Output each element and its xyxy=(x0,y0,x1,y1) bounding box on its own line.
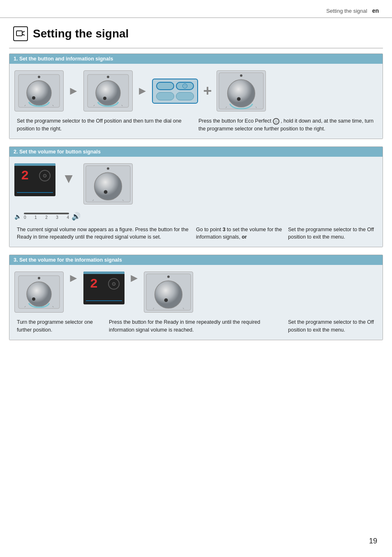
svg-point-13 xyxy=(103,97,106,100)
svg-point-5 xyxy=(38,76,40,78)
main-title-row: Setting the signal xyxy=(0,22,392,48)
plus-sign: + xyxy=(203,82,212,100)
section1-right-text: Press the button for Eco Perfect ☉ , hol… xyxy=(196,117,378,133)
vol-bar-track xyxy=(24,213,69,214)
button-panel-wrap: ☉ xyxy=(152,79,198,104)
section2-dial-wrap xyxy=(83,163,133,204)
volume-bar-wrap: 🔈 0 1 2 3 4 🔊 xyxy=(14,210,378,223)
svg-point-19 xyxy=(237,97,241,101)
dial2-img xyxy=(83,70,133,111)
section3-display-wrap: 2 ⊙ xyxy=(83,272,125,304)
arrow-wrap: ► xyxy=(63,172,76,187)
section3-display-border xyxy=(86,300,122,301)
section3-text-cols: Turn the programme selector one further … xyxy=(14,318,378,334)
section3-dial1-img xyxy=(14,272,64,313)
section3-dial2-img xyxy=(144,272,193,313)
section3-box: 3. Set the volume for the information si… xyxy=(9,255,383,340)
section1-diagram-row: ► xyxy=(14,70,378,111)
section2-dial-img xyxy=(83,163,133,204)
section3-body: ► 2 ⊙ ► xyxy=(9,265,383,340)
section2-header: 2. Set the volume for button signals xyxy=(9,147,383,157)
svg-point-37 xyxy=(164,298,168,302)
dial1-img xyxy=(14,70,64,111)
svg-point-6 xyxy=(27,81,51,105)
section3-text1: Turn the programme selector one further … xyxy=(14,318,106,334)
dial3-wrap xyxy=(217,70,266,111)
section1-body: ► xyxy=(9,64,383,139)
display-panel: 2 ⊙ xyxy=(14,163,55,196)
section3-arrow2: ► xyxy=(129,272,140,285)
section3-dial1-wrap xyxy=(14,272,64,313)
svg-point-24 xyxy=(94,172,122,200)
section3-diagram-row: ► 2 ⊙ ► xyxy=(14,272,378,313)
section2-text2: Go to point 3 to set the volume for the … xyxy=(194,226,286,241)
svg-point-29 xyxy=(38,277,40,279)
svg-point-12 xyxy=(96,81,120,105)
svg-point-11 xyxy=(107,76,109,78)
svg-point-31 xyxy=(32,297,35,301)
eco-perfect-symbol: ☉ xyxy=(273,118,279,125)
dial2-wrap xyxy=(83,70,133,111)
section3-display-number: 2 xyxy=(90,276,98,292)
dial1-wrap xyxy=(14,70,64,111)
vol-high-icon: 🔊 xyxy=(71,212,81,221)
section2-text1: The current signal volume now appears as… xyxy=(14,226,194,241)
svg-point-23 xyxy=(107,167,109,169)
section2-text3: Set the programme selector to the Off po… xyxy=(286,226,378,241)
svg-point-25 xyxy=(104,190,107,194)
header-title: Setting the signal xyxy=(326,8,367,14)
section3-header: 3. Set the volume for the information si… xyxy=(9,255,383,265)
dial3-img xyxy=(217,70,266,111)
section3-dial2-wrap xyxy=(144,272,193,313)
display-border xyxy=(17,192,53,193)
section1-left-text: Set the programme selector to the Off po… xyxy=(14,117,196,133)
section2-text-cols: The current signal volume now appears as… xyxy=(14,226,378,241)
section3-display-panel: 2 ⊙ xyxy=(83,272,125,304)
arrow2: ► xyxy=(137,84,148,97)
vol-low-icon: 🔈 xyxy=(14,213,21,220)
page-number: 19 xyxy=(369,537,377,545)
svg-point-7 xyxy=(32,96,35,100)
section2-box: 2. Set the volume for button signals 2 ⊙… xyxy=(9,146,383,248)
section3-text3: Set the programme selector to the Off po… xyxy=(286,318,378,334)
main-title: Setting the signal xyxy=(33,27,129,40)
title-icon xyxy=(13,26,28,41)
section2-body: 2 ⊙ ► xyxy=(9,157,383,247)
svg-point-18 xyxy=(228,79,255,107)
display-panel-wrap: 2 ⊙ xyxy=(14,163,55,196)
svg-rect-0 xyxy=(16,31,22,36)
page-header: Setting the signal en xyxy=(0,0,392,18)
section3-text2: Press the button for the Ready in time r… xyxy=(106,318,286,334)
svg-point-36 xyxy=(155,281,182,308)
section1-text-cols: Set the programme selector to the Off po… xyxy=(14,117,378,133)
section3-arrow1: ► xyxy=(68,272,79,285)
section1-box: 1. Set the button and information signal… xyxy=(9,53,383,139)
display-number: 2 xyxy=(21,168,29,183)
section2-diagram-row: 2 ⊙ ► xyxy=(14,163,378,204)
arrow1: ► xyxy=(68,84,79,97)
svg-point-35 xyxy=(167,276,170,278)
svg-point-17 xyxy=(240,74,243,77)
header-lang: en xyxy=(372,7,379,14)
svg-point-30 xyxy=(27,282,51,306)
section1-header: 1. Set the button and information signal… xyxy=(9,54,383,64)
vol-labels: 0 1 2 3 4 xyxy=(24,215,69,220)
